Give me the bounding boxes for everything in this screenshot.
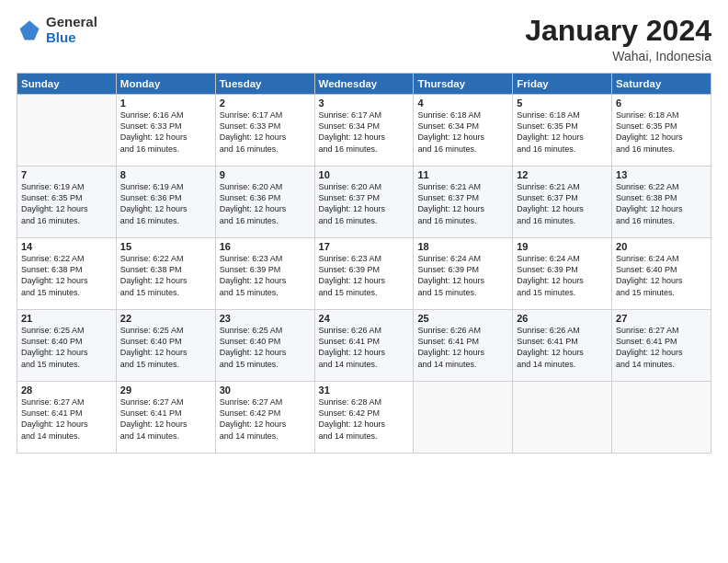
day-number: 5 [517,98,608,109]
col-friday: Friday [513,74,612,95]
calendar-cell: 8Sunrise: 6:19 AMSunset: 6:36 PMDaylight… [116,167,215,238]
calendar-cell: 17Sunrise: 6:23 AMSunset: 6:39 PMDayligh… [314,238,414,310]
day-number: 9 [220,169,311,180]
calendar-cell: 14Sunrise: 6:22 AMSunset: 6:38 PMDayligh… [17,238,117,310]
day-info: Sunrise: 6:27 AMSunset: 6:42 PMDaylight:… [220,396,311,442]
calendar-cell: 31Sunrise: 6:28 AMSunset: 6:42 PMDayligh… [314,382,414,454]
day-number: 1 [120,98,211,109]
page-header: General Blue January 2024 Wahai, Indones… [17,15,711,63]
col-saturday: Saturday [612,74,711,95]
day-info: Sunrise: 6:25 AMSunset: 6:40 PMDaylight:… [220,325,311,370]
calendar-week-3: 14Sunrise: 6:22 AMSunset: 6:38 PMDayligh… [17,238,711,310]
calendar-cell [414,382,513,454]
calendar-cell: 29Sunrise: 6:27 AMSunset: 6:41 PMDayligh… [116,382,215,454]
day-info: Sunrise: 6:21 AMSunset: 6:37 PMDaylight:… [417,181,508,226]
col-tuesday: Tuesday [215,74,314,95]
day-number: 18 [417,241,508,252]
day-info: Sunrise: 6:20 AMSunset: 6:36 PMDaylight:… [220,181,311,226]
calendar-cell: 27Sunrise: 6:27 AMSunset: 6:41 PMDayligh… [612,310,711,382]
day-info: Sunrise: 6:28 AMSunset: 6:42 PMDaylight:… [319,396,410,442]
day-number: 8 [120,169,211,180]
calendar-cell: 26Sunrise: 6:26 AMSunset: 6:41 PMDayligh… [513,310,612,382]
day-number: 28 [21,385,112,396]
calendar-cell: 5Sunrise: 6:18 AMSunset: 6:35 PMDaylight… [513,95,612,167]
day-info: Sunrise: 6:25 AMSunset: 6:40 PMDaylight:… [120,325,211,370]
calendar-cell [17,95,117,167]
calendar-cell [513,382,612,454]
calendar-cell: 9Sunrise: 6:20 AMSunset: 6:36 PMDaylight… [215,167,314,238]
calendar-cell [612,382,711,454]
calendar-cell: 6Sunrise: 6:18 AMSunset: 6:35 PMDaylight… [612,95,711,167]
day-number: 10 [319,169,410,180]
col-sunday: Sunday [17,74,117,95]
calendar-body: 1Sunrise: 6:16 AMSunset: 6:33 PMDaylight… [17,95,711,454]
day-number: 21 [21,313,112,324]
day-info: Sunrise: 6:26 AMSunset: 6:41 PMDaylight:… [319,325,410,370]
svg-marker-0 [20,20,40,40]
day-number: 25 [417,313,508,324]
day-number: 11 [417,169,508,180]
day-number: 31 [319,385,410,396]
calendar-cell: 4Sunrise: 6:18 AMSunset: 6:34 PMDaylight… [414,95,513,167]
calendar-table: Sunday Monday Tuesday Wednesday Thursday… [17,73,711,454]
logo-general-label: General [46,15,97,30]
day-info: Sunrise: 6:16 AMSunset: 6:33 PMDaylight:… [120,109,211,155]
day-number: 16 [220,241,311,252]
day-info: Sunrise: 6:23 AMSunset: 6:39 PMDaylight:… [319,253,410,298]
day-number: 23 [220,313,311,324]
day-info: Sunrise: 6:26 AMSunset: 6:41 PMDaylight:… [417,325,508,370]
calendar-cell: 18Sunrise: 6:24 AMSunset: 6:39 PMDayligh… [414,238,513,310]
day-info: Sunrise: 6:19 AMSunset: 6:36 PMDaylight:… [120,181,211,226]
calendar-cell: 23Sunrise: 6:25 AMSunset: 6:40 PMDayligh… [215,310,314,382]
header-row: Sunday Monday Tuesday Wednesday Thursday… [17,74,711,95]
calendar-cell: 12Sunrise: 6:21 AMSunset: 6:37 PMDayligh… [513,167,612,238]
day-info: Sunrise: 6:22 AMSunset: 6:38 PMDaylight:… [616,181,707,226]
day-info: Sunrise: 6:27 AMSunset: 6:41 PMDaylight:… [120,396,211,442]
calendar-week-2: 7Sunrise: 6:19 AMSunset: 6:35 PMDaylight… [17,167,711,238]
calendar-cell: 20Sunrise: 6:24 AMSunset: 6:40 PMDayligh… [612,238,711,310]
calendar-cell: 3Sunrise: 6:17 AMSunset: 6:34 PMDaylight… [314,95,414,167]
day-number: 20 [616,241,707,252]
calendar-week-4: 21Sunrise: 6:25 AMSunset: 6:40 PMDayligh… [17,310,711,382]
day-info: Sunrise: 6:18 AMSunset: 6:34 PMDaylight:… [417,109,508,155]
day-number: 7 [21,169,112,180]
month-title: January 2024 [525,15,711,47]
calendar-week-5: 28Sunrise: 6:27 AMSunset: 6:41 PMDayligh… [17,382,711,454]
calendar-cell: 11Sunrise: 6:21 AMSunset: 6:37 PMDayligh… [414,167,513,238]
day-info: Sunrise: 6:24 AMSunset: 6:40 PMDaylight:… [616,253,707,298]
day-info: Sunrise: 6:21 AMSunset: 6:37 PMDaylight:… [517,181,608,226]
calendar-cell: 24Sunrise: 6:26 AMSunset: 6:41 PMDayligh… [314,310,414,382]
day-number: 24 [319,313,410,324]
calendar-header: Sunday Monday Tuesday Wednesday Thursday… [17,74,711,95]
logo-icon [17,17,42,43]
calendar-cell: 30Sunrise: 6:27 AMSunset: 6:42 PMDayligh… [215,382,314,454]
day-number: 26 [517,313,608,324]
day-number: 13 [616,169,707,180]
calendar-week-1: 1Sunrise: 6:16 AMSunset: 6:33 PMDaylight… [17,95,711,167]
calendar-cell: 2Sunrise: 6:17 AMSunset: 6:33 PMDaylight… [215,95,314,167]
calendar-cell: 25Sunrise: 6:26 AMSunset: 6:41 PMDayligh… [414,310,513,382]
day-number: 12 [517,169,608,180]
day-number: 6 [616,98,707,109]
day-number: 3 [319,98,410,109]
day-number: 29 [120,385,211,396]
day-info: Sunrise: 6:17 AMSunset: 6:34 PMDaylight:… [319,109,410,155]
day-info: Sunrise: 6:26 AMSunset: 6:41 PMDaylight:… [517,325,608,370]
day-number: 2 [220,98,311,109]
day-number: 19 [517,241,608,252]
day-info: Sunrise: 6:20 AMSunset: 6:37 PMDaylight:… [319,181,410,226]
col-wednesday: Wednesday [314,74,414,95]
day-number: 27 [616,313,707,324]
day-info: Sunrise: 6:24 AMSunset: 6:39 PMDaylight:… [517,253,608,298]
calendar-cell: 15Sunrise: 6:22 AMSunset: 6:38 PMDayligh… [116,238,215,310]
col-monday: Monday [116,74,215,95]
logo-text: General Blue [46,15,97,45]
day-info: Sunrise: 6:25 AMSunset: 6:40 PMDaylight:… [21,325,112,370]
day-info: Sunrise: 6:19 AMSunset: 6:35 PMDaylight:… [21,181,112,226]
logo: General Blue [17,15,97,45]
calendar-cell: 13Sunrise: 6:22 AMSunset: 6:38 PMDayligh… [612,167,711,238]
calendar-cell: 21Sunrise: 6:25 AMSunset: 6:40 PMDayligh… [17,310,117,382]
day-info: Sunrise: 6:17 AMSunset: 6:33 PMDaylight:… [220,109,311,155]
calendar-cell: 7Sunrise: 6:19 AMSunset: 6:35 PMDaylight… [17,167,117,238]
day-info: Sunrise: 6:22 AMSunset: 6:38 PMDaylight:… [120,253,211,298]
